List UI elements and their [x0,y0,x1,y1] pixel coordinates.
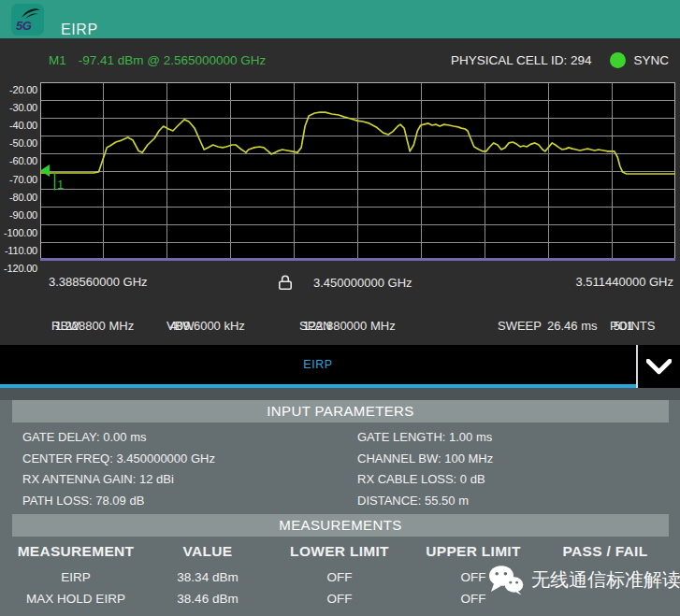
rx-cable-loss-param: RX CABLE LOSS: 0 dB [357,472,485,487]
watermark: 无线通信标准解读 [488,565,680,595]
tab-eirp[interactable]: EIRP [0,345,636,384]
row-maxhold-upper: OFF [461,592,486,606]
5g-app-icon[interactable]: 5G [11,4,44,36]
col-header-lower-limit: LOWER LIMIT [290,543,389,560]
distance-param: DISTANCE: 55.50 m [357,494,469,509]
y-axis-label: -80.00 [0,192,37,203]
stop-frequency: 3.511440000 GHz [575,275,673,289]
sync-status-dot [610,52,626,68]
y-axis-label: -50.00 [0,137,37,149]
marker-status-bar: M1 -97.41 dBm @ 2.565000000 GHz PHYSICAL… [0,38,680,82]
row-eirp-name: EIRP [61,570,91,584]
center-frequency-group: 3.450000000 GHz [278,274,412,291]
col-header-value: VALUE [183,543,233,560]
status-bar: RBW 1.228800 MHz VBW 409.6000 kHz SPAN 1… [0,319,680,334]
title-bar: 5G EIRP [0,0,680,38]
row-maxhold-name: MAX HOLD EIRP [26,592,125,606]
signal-swoosh-icon [20,7,42,20]
eirp-app-window: 5G EIRP M1 -97.41 dBm @ 2.565000000 GHz … [0,0,680,616]
y-axis-label: -70.00 [0,174,37,185]
input-parameters-header: INPUT PARAMETERS [12,400,669,423]
physical-cell-id: PHYSICAL CELL ID: 294 [451,53,592,67]
start-frequency: 3.388560000 GHz [49,275,148,289]
panel-top-strip [0,388,680,400]
path-loss-param: PATH LOSS: 78.09 dB [22,494,144,509]
y-axis-label: -100.00 [0,227,37,238]
gate-delay-param: GATE DELAY: 0.00 ms [22,430,146,445]
y-axis-label: -120.00 [0,263,37,274]
center-frequency: 3.450000000 GHz [313,276,412,290]
row-maxhold-lower: OFF [327,592,353,606]
plot-area[interactable]: 1 [40,82,675,261]
center-freq-param: CENTER FREQ: 3.450000000 GHz [22,451,215,466]
rx-antenna-gain-param: RX ANTENNA GAIN: 12 dBi [22,472,174,487]
measurements-header: MEASUREMENTS [12,514,669,537]
row-maxhold-value: 38.46 dBm [177,592,238,606]
col-header-pass-fail: PASS / FAIL [563,543,648,560]
marker-number-label: 1 [57,178,64,192]
wechat-icon [488,565,524,595]
col-header-upper-limit: UPPER LIMIT [426,543,520,560]
measurement-tab-bar: EIRP [0,345,680,388]
row-eirp-lower: OFF [327,570,353,584]
y-axis-label: -30.00 [0,102,37,113]
marker-arrow [40,165,50,177]
spectrum-trace-svg: 1 [40,82,675,261]
points-readout: POINTS 501 [610,319,614,333]
channel-bw-param: CHANNEL BW: 100 MHz [357,451,493,466]
collapse-panel-button[interactable] [638,345,680,388]
cell-sync-group: PHYSICAL CELL ID: 294 SYNC [451,38,669,82]
col-header-measurement: MEASUREMENT [18,543,135,560]
y-axis-label: -60.00 [0,155,37,166]
frequency-axis: 3.388560000 GHz 3.450000000 GHz 3.511440… [0,274,680,291]
gate-length-param: GATE LENGTH: 1.00 ms [357,430,492,445]
watermark-text: 无线通信标准解读 [531,565,680,595]
span-readout: SPAN 122.880000 MHz [299,319,303,333]
sweep-label: SWEEP [498,319,542,333]
y-axis-label: -20.00 [0,84,37,95]
chevron-down-icon [646,359,672,375]
sweep-value: 26.46 ms [547,319,597,333]
results-panel: INPUT PARAMETERS GATE DELAY: 0.00 ms GAT… [0,388,680,616]
row-eirp-upper: OFF [461,570,486,584]
lock-icon[interactable] [278,274,293,291]
y-axis-label: -40.00 [0,120,37,131]
sync-label: SYNC [633,53,669,67]
5g-logo-text: 5G [16,19,31,33]
vbw-readout: VBW 409.6000 kHz [166,319,170,333]
marker-readout: M1 -97.41 dBm @ 2.565000000 GHz [49,38,266,82]
rbw-readout: RBW 1.228800 MHz [51,319,55,333]
row-eirp-value: 38.34 dBm [177,570,238,584]
marker-label: M1 [49,53,66,67]
y-axis-label: -110.00 [0,245,37,256]
y-axis-label: -90.00 [0,209,37,221]
marker-value: -97.41 dBm @ 2.565000000 GHz [79,53,267,67]
